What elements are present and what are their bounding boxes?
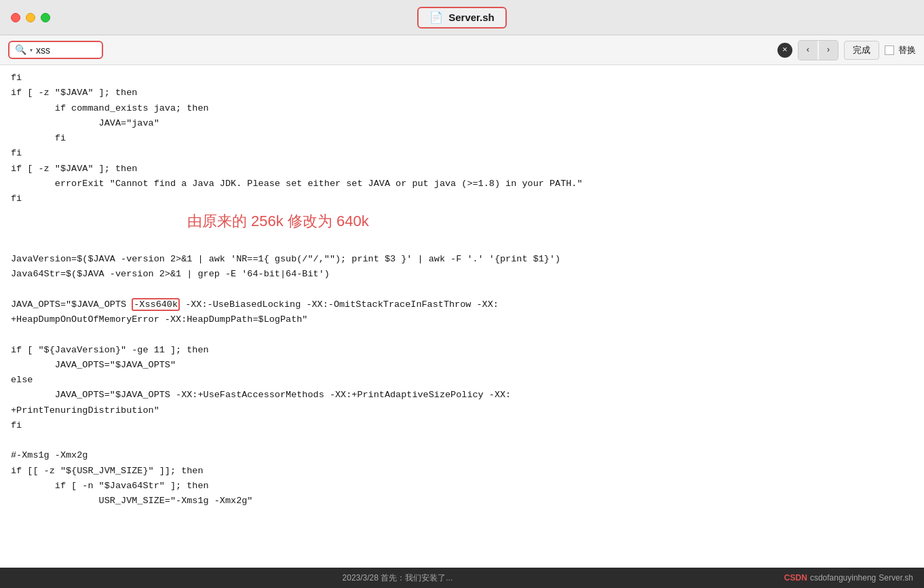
replace-label: 替换 — [898, 44, 916, 56]
code-java-version: JavaVersion=$($JAVA -version 2>&1 | awk … — [11, 254, 560, 506]
prev-match-button[interactable]: ‹ — [798, 41, 817, 60]
next-match-button[interactable]: › — [819, 41, 838, 60]
search-clear-button[interactable]: × — [777, 43, 792, 58]
bottombar-user: csdofanguyinheng — [810, 573, 876, 583]
annotation-text: 由原来的 256k 修改为 640k — [187, 209, 369, 234]
replace-section: 替换 — [885, 44, 916, 56]
bottombar-center: 2023/3/28 首先：我们安装了... — [343, 572, 453, 584]
search-input-box[interactable]: 🔍 ▾ xss — [8, 41, 103, 59]
code-content: fi if [ -z "$JAVA" ]; then if command_ex… — [11, 71, 913, 509]
nav-buttons: ‹ › — [798, 40, 839, 60]
bottombar-right: CSDN csdofanguyinheng Server.sh — [784, 573, 913, 583]
code-editor[interactable]: fi if [ -z "$JAVA" ]; then if command_ex… — [0, 65, 924, 568]
xss-highlight: -Xss640k — [132, 298, 180, 311]
bottombar: 2023/3/28 首先：我们安装了... CSDN csdofanguyinh… — [0, 568, 924, 588]
searchbar: 🔍 ▾ xss × ‹ › 完成 替换 — [0, 35, 924, 65]
maximize-button[interactable] — [41, 13, 50, 22]
csdn-logo: CSDN — [784, 573, 807, 583]
window-title: Server.sh — [448, 12, 495, 23]
titlebar: 📄 Server.sh — [0, 0, 924, 35]
replace-checkbox[interactable] — [885, 45, 894, 55]
file-icon: 📄 — [429, 11, 443, 24]
search-dropdown-arrow: ▾ — [29, 46, 33, 54]
code-line-fi1: fi if [ -z "$JAVA" ]; then if command_ex… — [11, 73, 583, 204]
close-button[interactable] — [11, 13, 20, 22]
search-input[interactable]: xss — [36, 45, 50, 56]
minimize-button[interactable] — [26, 13, 35, 22]
traffic-lights — [11, 13, 50, 22]
title-box: 📄 Server.sh — [417, 7, 507, 29]
search-icon: 🔍 — [15, 44, 26, 56]
done-button[interactable]: 完成 — [844, 41, 879, 60]
bottombar-file: Server.sh — [879, 573, 913, 583]
